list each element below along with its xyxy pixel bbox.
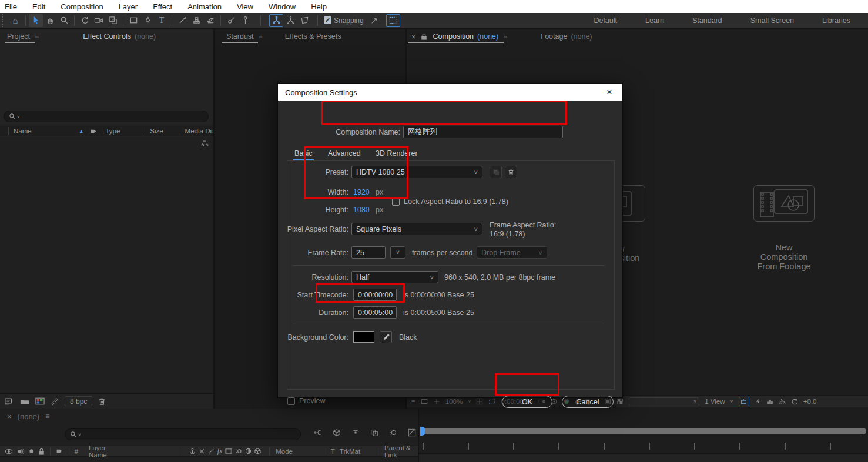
selection-tool-icon[interactable]	[29, 14, 43, 27]
draft-switch-icon[interactable]	[208, 448, 215, 454]
menu-layer[interactable]: Layer	[119, 2, 138, 11]
frame-blend-switch-icon[interactable]	[225, 448, 232, 454]
share-view-icon[interactable]	[739, 397, 749, 406]
time-ruler[interactable]	[423, 443, 866, 450]
dialog-title-bar[interactable]: Composition Settings ×	[278, 84, 622, 101]
timeline-search-input[interactable]: ˅	[65, 428, 301, 440]
hand-tool-icon[interactable]	[43, 14, 57, 27]
mini-flowchart-icon[interactable]	[779, 398, 786, 405]
anchor-switch-icon[interactable]	[189, 448, 196, 454]
new-folder-icon[interactable]	[20, 398, 29, 405]
label-column-icon[interactable]	[56, 447, 63, 455]
ok-button[interactable]: OK	[502, 396, 552, 408]
column-mode[interactable]: Mode	[276, 448, 293, 455]
local-axis-mode-icon[interactable]	[269, 14, 283, 27]
solo-icon[interactable]	[29, 448, 34, 454]
project-search-input[interactable]: ˅	[4, 111, 209, 122]
sort-ascending-icon[interactable]: ▲	[79, 128, 84, 134]
timeline-tab-label[interactable]: (none)	[18, 412, 40, 421]
adjustment-switch-icon[interactable]	[245, 448, 252, 454]
column-size[interactable]: Size	[150, 128, 163, 135]
pixel-aspect-ratio-dropdown[interactable]: Square Pixels˅	[351, 223, 482, 235]
clone-stamp-tool-icon[interactable]	[189, 14, 203, 27]
frame-rate-chevron-button[interactable]: ˅	[390, 246, 405, 259]
fx-switch-icon[interactable]: fx	[217, 447, 223, 456]
frame-rate-input[interactable]: 25	[351, 246, 386, 259]
lock-icon[interactable]	[421, 33, 427, 40]
menu-edit[interactable]: Edit	[32, 2, 45, 11]
dialog-tab-3d-renderer[interactable]: 3D Renderer	[376, 149, 418, 158]
eraser-tool-icon[interactable]	[203, 14, 217, 27]
draft-3d-icon[interactable]	[333, 428, 341, 437]
roto-brush-tool-icon[interactable]	[224, 14, 238, 27]
world-axis-mode-icon[interactable]	[283, 14, 297, 27]
preset-dropdown[interactable]: HDTV 1080 25˅	[351, 166, 482, 178]
rotate-tool-icon[interactable]	[78, 14, 92, 27]
dialog-tab-basic[interactable]: Basic	[294, 149, 313, 158]
timeline-panel-menu-icon[interactable]: ≡	[45, 412, 49, 420]
snapping-checkbox[interactable]: ✓	[324, 16, 331, 24]
label-color-icon[interactable]	[90, 128, 98, 135]
tab-effect-controls[interactable]: Effect Controls	[83, 32, 131, 41]
workspace-libraries[interactable]: Libraries	[808, 16, 864, 25]
save-preset-button[interactable]	[490, 166, 502, 178]
proxy-icon[interactable]	[51, 397, 59, 405]
timeline-track-area[interactable]	[419, 453, 868, 462]
collapse-switch-icon[interactable]	[199, 448, 205, 454]
workspace-small-screen[interactable]: Small Screen	[736, 16, 808, 25]
menu-window[interactable]: Window	[269, 2, 296, 11]
search-options-chevron-icon[interactable]: ˅	[78, 432, 81, 437]
new-composition-from-footage-button[interactable]: New Composition From Footage	[753, 185, 815, 271]
trash-icon[interactable]	[98, 397, 106, 406]
column-preserve-transparency[interactable]: T	[331, 448, 335, 455]
histogram-icon[interactable]	[766, 398, 773, 405]
menu-animation[interactable]: Animation	[187, 2, 222, 11]
composition-name-input[interactable]: 网格阵列	[403, 126, 563, 138]
tab-composition[interactable]: Composition	[433, 32, 474, 41]
column-trkmat[interactable]: TrkMat	[340, 448, 360, 455]
column-media-duration[interactable]: Media Duration	[185, 128, 213, 135]
workspace-learn[interactable]: Learn	[631, 16, 678, 25]
column-type[interactable]: Type	[105, 128, 120, 135]
column-number[interactable]: #	[75, 448, 78, 455]
project-bit-depth[interactable]: 8 bpc	[65, 396, 92, 406]
width-value[interactable]: 1920	[353, 188, 370, 196]
cancel-button[interactable]: Cancel	[562, 396, 614, 408]
duration-input[interactable]: 0:00:05:00	[353, 306, 397, 319]
snap-options-icon[interactable]	[367, 14, 381, 27]
lock-aspect-checkbox[interactable]	[392, 198, 400, 206]
fast-previews-icon[interactable]	[755, 398, 761, 405]
project-panel-menu-icon[interactable]: ≡	[35, 32, 39, 41]
shape-tool-icon[interactable]	[126, 14, 140, 27]
new-composition-icon[interactable]	[35, 397, 45, 405]
view-layout[interactable]: 1 View	[705, 398, 725, 405]
composition-panel-menu-icon[interactable]: ≡	[503, 32, 507, 41]
dialog-tab-advanced[interactable]: Advanced	[328, 149, 361, 158]
exposure-value[interactable]: +0.0	[803, 398, 817, 405]
tab-effects-presets[interactable]: Effects & Presets	[285, 32, 341, 41]
puppet-pin-tool-icon[interactable]	[238, 14, 252, 27]
close-tab-icon[interactable]: ×	[411, 32, 416, 41]
start-timecode-input[interactable]: 0:00:00:00	[353, 289, 397, 301]
composition-mini-flowchart-icon[interactable]	[314, 428, 322, 437]
menu-view[interactable]: View	[237, 2, 253, 11]
toolbar-grip[interactable]	[2, 14, 6, 27]
lock-column-icon[interactable]	[38, 448, 45, 455]
project-list-area[interactable]	[0, 137, 213, 393]
shy-layers-icon[interactable]	[351, 428, 360, 437]
reset-exposure-icon[interactable]	[791, 398, 798, 405]
preview-checkbox[interactable]	[287, 397, 295, 405]
tab-project[interactable]: Project	[7, 32, 30, 41]
menu-file[interactable]: File	[5, 2, 17, 11]
mask-visibility-icon[interactable]	[386, 14, 400, 27]
height-value[interactable]: 1080	[353, 206, 370, 214]
frame-blending-icon[interactable]	[370, 428, 378, 437]
playhead-indicator[interactable]	[420, 427, 425, 436]
delete-preset-button[interactable]	[505, 166, 517, 178]
menu-help[interactable]: Help	[311, 2, 327, 11]
camera-tool-icon[interactable]	[92, 14, 106, 27]
video-visibility-icon[interactable]	[5, 448, 13, 455]
resolution-dropdown[interactable]: Half˅	[351, 271, 438, 283]
view-axis-mode-icon[interactable]	[297, 14, 311, 27]
eyedropper-icon[interactable]	[380, 331, 392, 343]
